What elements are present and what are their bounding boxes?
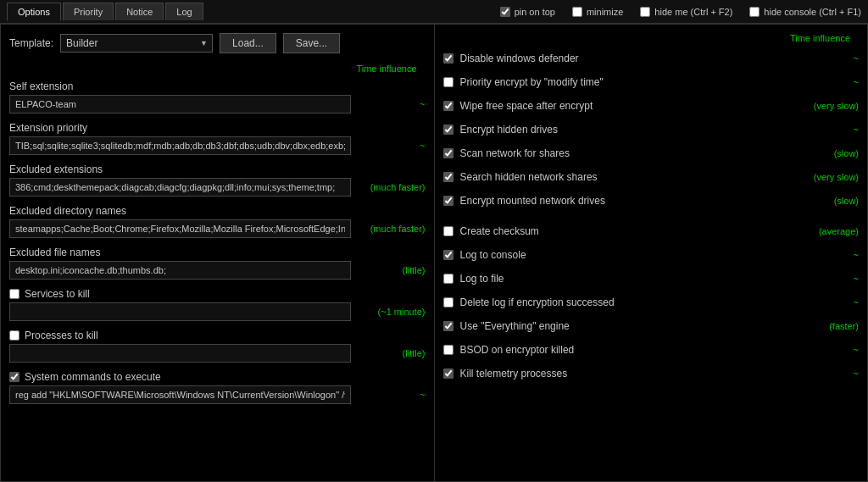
right-time-note-13: ~ [791,345,859,355]
time-note-self-extension: ~ [358,99,426,109]
field-row-processes-to-kill: (little) [9,344,426,363]
input-services-to-kill[interactable] [9,302,351,321]
tabs-container: OptionsPriorityNoticeLog [7,3,203,21]
checkbox-right-1[interactable] [443,77,453,87]
checkbox-processes-to-kill[interactable] [9,330,19,341]
title-bar: OptionsPriorityNoticeLog pin on topminim… [0,0,868,24]
template-label: Template: [9,37,53,49]
label-text-processes-to-kill: Processes to kill [25,330,98,341]
check-row-left-3: Encrypt hidden drives [443,124,792,136]
checkbox-system-commands[interactable] [9,372,19,382]
check-row-left-12: Use "Everything" engine [443,320,792,332]
time-note-processes-to-kill: (little) [358,348,426,358]
check-row-0: Disable windows defender~ [443,50,860,67]
tab-notice[interactable]: Notice [115,3,164,20]
right-time-note-11: ~ [791,297,859,307]
check-row-left-2: Wipe free space after encrypt [443,100,792,112]
check-row-label-14: Kill telemetry processes [460,368,568,380]
label-text-excluded-file-names: Excluded file names [9,247,100,258]
check-row-label-13: BSOD on encryptor killed [460,344,575,356]
label-text-excluded-extensions: Excluded extensions [9,163,103,175]
field-group-excluded-extensions: Excluded extensions(much faster) [9,163,426,197]
input-system-commands[interactable] [9,385,351,404]
check-row-left-9: Log to console [443,249,792,261]
tab-log[interactable]: Log [165,3,203,20]
check-row-label-10: Log to file [460,273,504,285]
check-row-left-1: Priority encrypt by "modify time" [443,76,792,88]
checkbox-right-12[interactable] [443,321,453,331]
checkbox-right-3[interactable] [443,125,453,135]
field-row-excluded-file-names: (little) [9,261,426,280]
check-row-label-9: Log to console [460,249,526,261]
check-row-left-13: BSOD on encryptor killed [443,344,792,356]
check-row-8: Create checksum(average) [443,223,860,240]
check-row-12: Use "Everything" engine(faster) [443,318,860,335]
check-row-label-8: Create checksum [460,225,539,237]
template-select[interactable]: Builder [60,34,213,53]
input-processes-to-kill[interactable] [9,344,351,363]
checkbox-right-14[interactable] [443,368,453,379]
checkbox-right-8[interactable] [443,226,453,236]
field-row-extension-priority: ~ [9,136,426,155]
right-time-note-8: (average) [791,226,859,236]
check-row-5: Search hidden network shares(very slow) [443,169,860,186]
save-button[interactable]: Save... [283,33,340,53]
check-row-4: Scan network for shares(slow) [443,145,860,162]
left-fields-container: Self extension~Extension priority~Exclud… [9,80,426,404]
checkbox-right-13[interactable] [443,345,453,355]
input-excluded-file-names[interactable] [9,261,351,280]
check-row-1: Priority encrypt by "modify time"~ [443,74,860,91]
checkbox-right-5[interactable] [443,172,453,182]
check-row-14: Kill telemetry processes~ [443,365,860,382]
right-time-note-4: (slow) [791,148,859,158]
load-button[interactable]: Load... [220,33,276,53]
field-row-excluded-directory-names: (much faster) [9,219,426,238]
checkbox-right-11[interactable] [443,297,453,307]
field-label-excluded-directory-names: Excluded directory names [9,205,426,217]
field-label-system-commands: System commands to execute [9,371,426,383]
input-self-extension[interactable] [9,95,351,114]
right-time-note-0: ~ [791,53,859,64]
field-label-services-to-kill: Services to kill [9,288,426,300]
field-group-excluded-file-names: Excluded file names(little) [9,247,426,280]
check-row-label-3: Encrypt hidden drives [460,124,558,136]
right-panel: Time influence Disable windows defender~… [435,25,868,481]
check-row-label-12: Use "Everything" engine [460,320,570,332]
checkbox-right-2[interactable] [443,101,453,111]
checkbox-right-9[interactable] [443,250,453,260]
checkbox-services-to-kill[interactable] [9,289,19,299]
field-group-system-commands: System commands to execute~ [9,371,426,404]
checkbox-right-6[interactable] [443,196,453,206]
field-row-excluded-extensions: (much faster) [9,178,426,197]
tab-options[interactable]: Options [7,3,61,21]
check-row-3: Encrypt hidden drives~ [443,121,860,138]
title-bar-checkboxes: pin on topminimizehide me (Ctrl + F2)hid… [500,7,861,17]
titlebar-checkbox-hide-console-(ctrl-+-f1)[interactable]: hide console (Ctrl + F1) [749,7,861,17]
right-time-influence-header: Time influence [443,33,860,43]
check-row-label-6: Encrypt mounted network drives [460,195,605,207]
field-row-self-extension: ~ [9,95,426,114]
checkbox-right-4[interactable] [443,148,453,158]
input-excluded-directory-names[interactable] [9,219,351,238]
titlebar-checkbox-minimize[interactable]: minimize [572,7,623,17]
checkbox-right-0[interactable] [443,53,453,64]
tab-priority[interactable]: Priority [63,3,114,20]
input-extension-priority[interactable] [9,136,351,155]
titlebar-checkbox-hide-me-(ctrl-+-f2)[interactable]: hide me (Ctrl + F2) [640,7,732,17]
time-note-extension-priority: ~ [358,141,426,151]
label-text-excluded-directory-names: Excluded directory names [9,205,126,217]
template-select-wrapper: Builder [60,34,213,53]
titlebar-checkbox-pin-on-top[interactable]: pin on top [500,7,555,17]
main-content: Template: Builder Load... Save... Time i… [0,24,868,482]
right-items-container: Disable windows defender~Priority encryp… [443,50,860,382]
check-row-left-6: Encrypt mounted network drives [443,195,792,207]
time-note-excluded-extensions: (much faster) [358,182,426,192]
label-text-services-to-kill: Services to kill [25,288,90,300]
time-note-services-to-kill: (~1 minute) [358,307,426,317]
input-excluded-extensions[interactable] [9,178,351,197]
right-time-note-6: (slow) [791,196,859,206]
check-row-left-8: Create checksum [443,225,792,237]
checkbox-right-10[interactable] [443,274,453,284]
time-note-excluded-directory-names: (much faster) [358,224,426,234]
label-text-extension-priority: Extension priority [9,122,87,134]
